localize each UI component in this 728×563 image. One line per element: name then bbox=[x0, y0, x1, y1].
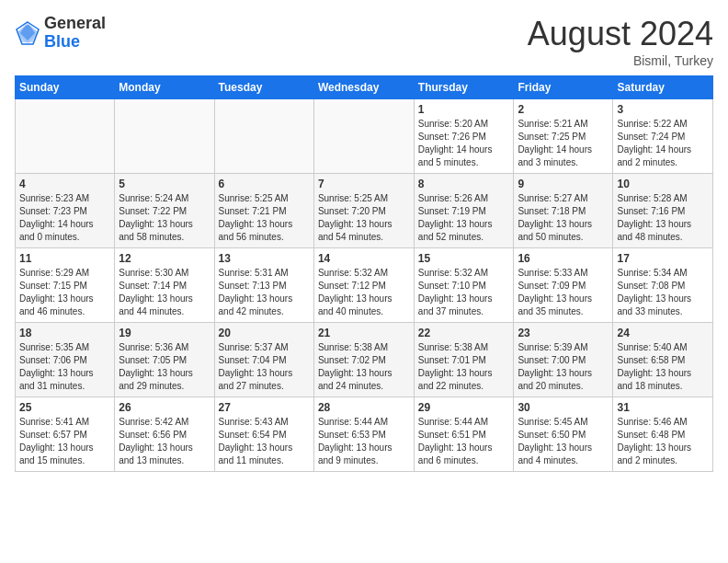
calendar-week-row: 11Sunrise: 5:29 AM Sunset: 7:15 PM Dayli… bbox=[16, 248, 713, 323]
calendar-day-cell: 21Sunrise: 5:38 AM Sunset: 7:02 PM Dayli… bbox=[313, 323, 414, 397]
calendar-day-cell: 7Sunrise: 5:25 AM Sunset: 7:20 PM Daylig… bbox=[313, 174, 414, 248]
calendar-week-row: 1Sunrise: 5:20 AM Sunset: 7:26 PM Daylig… bbox=[16, 99, 713, 174]
month-year: August 2024 bbox=[528, 15, 713, 53]
weekday-header: Saturday bbox=[613, 76, 713, 99]
day-number: 12 bbox=[119, 252, 210, 265]
day-number: 25 bbox=[19, 401, 110, 414]
day-info: Sunrise: 5:46 AM Sunset: 6:48 PM Dayligh… bbox=[617, 416, 709, 467]
day-info: Sunrise: 5:25 AM Sunset: 7:21 PM Dayligh… bbox=[219, 192, 310, 244]
day-info: Sunrise: 5:20 AM Sunset: 7:26 PM Dayligh… bbox=[418, 118, 510, 169]
day-info: Sunrise: 5:23 AM Sunset: 7:23 PM Dayligh… bbox=[19, 192, 110, 244]
calendar-day-cell: 18Sunrise: 5:35 AM Sunset: 7:06 PM Dayli… bbox=[16, 323, 115, 397]
day-info: Sunrise: 5:36 AM Sunset: 7:05 PM Dayligh… bbox=[119, 341, 210, 393]
day-info: Sunrise: 5:26 AM Sunset: 7:19 PM Dayligh… bbox=[418, 192, 510, 244]
calendar-day-cell: 24Sunrise: 5:40 AM Sunset: 6:58 PM Dayli… bbox=[613, 323, 713, 397]
day-number: 9 bbox=[518, 178, 609, 190]
calendar-day-cell: 25Sunrise: 5:41 AM Sunset: 6:57 PM Dayli… bbox=[16, 397, 115, 472]
day-number: 10 bbox=[617, 178, 709, 190]
calendar-day-cell bbox=[214, 99, 313, 174]
weekday-header: Wednesday bbox=[313, 76, 414, 99]
location: Bismil, Turkey bbox=[528, 53, 713, 68]
calendar-day-cell: 23Sunrise: 5:39 AM Sunset: 7:00 PM Dayli… bbox=[514, 323, 613, 397]
calendar-day-cell: 9Sunrise: 5:27 AM Sunset: 7:18 PM Daylig… bbox=[514, 174, 613, 248]
day-info: Sunrise: 5:31 AM Sunset: 7:13 PM Dayligh… bbox=[219, 267, 310, 318]
day-number: 28 bbox=[318, 401, 410, 414]
day-info: Sunrise: 5:22 AM Sunset: 7:24 PM Dayligh… bbox=[617, 118, 709, 169]
calendar-day-cell: 2Sunrise: 5:21 AM Sunset: 7:25 PM Daylig… bbox=[514, 99, 613, 174]
calendar-table: SundayMondayTuesdayWednesdayThursdayFrid… bbox=[15, 75, 713, 472]
day-info: Sunrise: 5:41 AM Sunset: 6:57 PM Dayligh… bbox=[19, 416, 110, 467]
calendar-day-cell: 19Sunrise: 5:36 AM Sunset: 7:05 PM Dayli… bbox=[115, 323, 214, 397]
calendar-day-cell: 20Sunrise: 5:37 AM Sunset: 7:04 PM Dayli… bbox=[214, 323, 313, 397]
day-info: Sunrise: 5:42 AM Sunset: 6:56 PM Dayligh… bbox=[119, 416, 210, 467]
calendar-day-cell: 3Sunrise: 5:22 AM Sunset: 7:24 PM Daylig… bbox=[613, 99, 713, 174]
weekday-header: Friday bbox=[514, 76, 613, 99]
calendar-day-cell: 15Sunrise: 5:32 AM Sunset: 7:10 PM Dayli… bbox=[414, 248, 514, 323]
day-number: 26 bbox=[119, 401, 210, 414]
day-info: Sunrise: 5:24 AM Sunset: 7:22 PM Dayligh… bbox=[119, 192, 210, 244]
calendar-week-row: 4Sunrise: 5:23 AM Sunset: 7:23 PM Daylig… bbox=[16, 174, 713, 248]
calendar-day-cell: 28Sunrise: 5:44 AM Sunset: 6:53 PM Dayli… bbox=[313, 397, 414, 472]
day-number: 7 bbox=[318, 178, 410, 190]
day-info: Sunrise: 5:44 AM Sunset: 6:53 PM Dayligh… bbox=[318, 416, 410, 467]
calendar-day-cell: 10Sunrise: 5:28 AM Sunset: 7:16 PM Dayli… bbox=[613, 174, 713, 248]
day-number: 22 bbox=[418, 327, 510, 339]
calendar-day-cell: 14Sunrise: 5:32 AM Sunset: 7:12 PM Dayli… bbox=[313, 248, 414, 323]
logo: General Blue bbox=[15, 15, 106, 52]
day-number: 21 bbox=[318, 327, 410, 339]
logo-general: General bbox=[44, 15, 106, 33]
day-info: Sunrise: 5:29 AM Sunset: 7:15 PM Dayligh… bbox=[19, 267, 110, 318]
day-number: 8 bbox=[418, 178, 510, 190]
weekday-header: Thursday bbox=[414, 76, 514, 99]
day-info: Sunrise: 5:38 AM Sunset: 7:01 PM Dayligh… bbox=[418, 341, 510, 393]
logo-text: General Blue bbox=[44, 15, 106, 52]
day-number: 17 bbox=[617, 252, 709, 265]
page-header: General Blue August 2024 Bismil, Turkey bbox=[15, 15, 713, 68]
day-number: 29 bbox=[418, 401, 510, 414]
logo-icon bbox=[15, 20, 40, 46]
day-info: Sunrise: 5:39 AM Sunset: 7:00 PM Dayligh… bbox=[518, 341, 609, 393]
title-block: August 2024 Bismil, Turkey bbox=[528, 15, 713, 68]
calendar-day-cell: 6Sunrise: 5:25 AM Sunset: 7:21 PM Daylig… bbox=[214, 174, 313, 248]
day-number: 5 bbox=[119, 178, 210, 190]
calendar-day-cell: 13Sunrise: 5:31 AM Sunset: 7:13 PM Dayli… bbox=[214, 248, 313, 323]
day-number: 23 bbox=[518, 327, 609, 339]
day-info: Sunrise: 5:44 AM Sunset: 6:51 PM Dayligh… bbox=[418, 416, 510, 467]
calendar-day-cell: 30Sunrise: 5:45 AM Sunset: 6:50 PM Dayli… bbox=[514, 397, 613, 472]
calendar-day-cell: 16Sunrise: 5:33 AM Sunset: 7:09 PM Dayli… bbox=[514, 248, 613, 323]
day-info: Sunrise: 5:35 AM Sunset: 7:06 PM Dayligh… bbox=[19, 341, 110, 393]
day-number: 31 bbox=[617, 401, 709, 414]
day-info: Sunrise: 5:45 AM Sunset: 6:50 PM Dayligh… bbox=[518, 416, 609, 467]
day-number: 18 bbox=[19, 327, 110, 339]
calendar-day-cell: 29Sunrise: 5:44 AM Sunset: 6:51 PM Dayli… bbox=[414, 397, 514, 472]
calendar-day-cell: 5Sunrise: 5:24 AM Sunset: 7:22 PM Daylig… bbox=[115, 174, 214, 248]
day-number: 3 bbox=[617, 103, 709, 116]
day-number: 14 bbox=[318, 252, 410, 265]
day-info: Sunrise: 5:28 AM Sunset: 7:16 PM Dayligh… bbox=[617, 192, 709, 244]
day-number: 30 bbox=[518, 401, 609, 414]
day-number: 19 bbox=[119, 327, 210, 339]
calendar-week-row: 18Sunrise: 5:35 AM Sunset: 7:06 PM Dayli… bbox=[16, 323, 713, 397]
calendar-day-cell bbox=[115, 99, 214, 174]
day-info: Sunrise: 5:32 AM Sunset: 7:12 PM Dayligh… bbox=[318, 267, 410, 318]
calendar-day-cell bbox=[16, 99, 115, 174]
weekday-header: Sunday bbox=[16, 76, 115, 99]
day-info: Sunrise: 5:34 AM Sunset: 7:08 PM Dayligh… bbox=[617, 267, 709, 318]
day-number: 2 bbox=[518, 103, 609, 116]
day-info: Sunrise: 5:30 AM Sunset: 7:14 PM Dayligh… bbox=[119, 267, 210, 318]
calendar-week-row: 25Sunrise: 5:41 AM Sunset: 6:57 PM Dayli… bbox=[16, 397, 713, 472]
day-info: Sunrise: 5:21 AM Sunset: 7:25 PM Dayligh… bbox=[518, 118, 609, 169]
day-info: Sunrise: 5:25 AM Sunset: 7:20 PM Dayligh… bbox=[318, 192, 410, 244]
day-number: 11 bbox=[19, 252, 110, 265]
calendar-day-cell: 31Sunrise: 5:46 AM Sunset: 6:48 PM Dayli… bbox=[613, 397, 713, 472]
day-number: 27 bbox=[219, 401, 310, 414]
calendar-day-cell: 11Sunrise: 5:29 AM Sunset: 7:15 PM Dayli… bbox=[16, 248, 115, 323]
weekday-header: Tuesday bbox=[214, 76, 313, 99]
day-number: 13 bbox=[219, 252, 310, 265]
calendar-day-cell: 8Sunrise: 5:26 AM Sunset: 7:19 PM Daylig… bbox=[414, 174, 514, 248]
weekday-header: Monday bbox=[115, 76, 214, 99]
calendar-day-cell: 26Sunrise: 5:42 AM Sunset: 6:56 PM Dayli… bbox=[115, 397, 214, 472]
calendar-header-row: SundayMondayTuesdayWednesdayThursdayFrid… bbox=[16, 76, 713, 99]
calendar-day-cell: 12Sunrise: 5:30 AM Sunset: 7:14 PM Dayli… bbox=[115, 248, 214, 323]
day-info: Sunrise: 5:33 AM Sunset: 7:09 PM Dayligh… bbox=[518, 267, 609, 318]
